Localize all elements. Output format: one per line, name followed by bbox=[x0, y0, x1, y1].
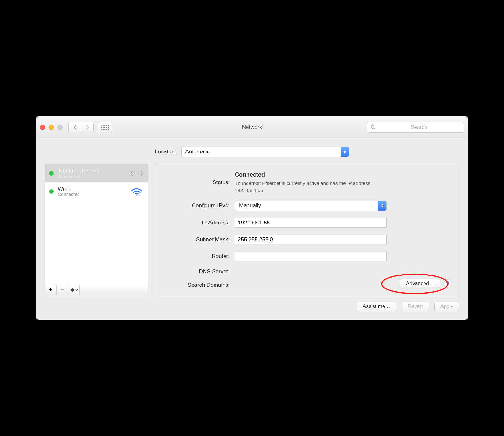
titlebar: Network bbox=[36, 116, 468, 138]
location-value: Automatic bbox=[185, 149, 210, 155]
nav-segment bbox=[68, 122, 94, 132]
service-toolbar: + − bbox=[45, 285, 148, 295]
svg-point-5 bbox=[136, 194, 137, 196]
search-domains-label: Search Domains: bbox=[155, 282, 230, 288]
wifi-icon bbox=[129, 187, 144, 196]
traffic-lights bbox=[40, 125, 63, 130]
gear-icon bbox=[70, 288, 75, 292]
status-value: Connected bbox=[235, 171, 450, 178]
advanced-button[interactable]: Advanced… bbox=[400, 279, 440, 288]
ethernet-icon bbox=[129, 169, 144, 178]
dns-server-label: DNS Server: bbox=[155, 268, 230, 275]
location-row: Location: Automatic bbox=[45, 138, 459, 164]
detail-pane: Status: Connected Thunderbolt Ethernet i… bbox=[155, 164, 459, 295]
chevron-updown-icon bbox=[378, 201, 386, 211]
show-all-button[interactable] bbox=[98, 122, 112, 132]
ip-address-input[interactable] bbox=[235, 218, 387, 228]
configure-ipv4-value: Manually bbox=[239, 202, 261, 209]
search-icon bbox=[371, 125, 375, 130]
add-service-button[interactable]: + bbox=[45, 285, 57, 295]
svg-point-4 bbox=[138, 173, 139, 174]
chevron-updown-icon bbox=[341, 147, 349, 157]
subnet-mask-input[interactable] bbox=[235, 235, 387, 244]
service-status: Connected bbox=[58, 174, 126, 179]
service-status: Connected bbox=[58, 192, 126, 197]
back-button[interactable] bbox=[69, 122, 81, 132]
service-item-thunderbolt[interactable]: Thunde…thernet Connected bbox=[45, 164, 148, 182]
configure-ipv4-label: Configure IPv4: bbox=[155, 202, 230, 209]
service-name: Thunde…thernet bbox=[58, 168, 126, 174]
router-input[interactable] bbox=[235, 252, 387, 261]
service-item-wifi[interactable]: Wi-Fi Connected bbox=[45, 182, 148, 201]
status-block: Connected Thunderbolt Ethernet is curren… bbox=[235, 171, 450, 193]
apply-button[interactable]: Apply bbox=[434, 302, 459, 311]
subnet-mask-label: Subnet Mask: bbox=[155, 236, 230, 243]
status-dot-icon bbox=[49, 189, 54, 194]
remove-service-button[interactable]: − bbox=[57, 285, 68, 295]
status-desc: Thunderbolt Ethernet is currently active… bbox=[235, 180, 390, 193]
forward-button[interactable] bbox=[81, 122, 93, 132]
service-list[interactable]: Thunde…thernet Connected bbox=[45, 164, 148, 285]
service-name: Wi-Fi bbox=[58, 186, 126, 192]
configure-ipv4-select[interactable]: Manually bbox=[235, 201, 387, 211]
grid-icon bbox=[101, 125, 109, 130]
location-select[interactable]: Automatic bbox=[181, 147, 349, 157]
footer-buttons: Assist me… Revert Apply bbox=[45, 295, 459, 311]
location-label: Location: bbox=[155, 149, 177, 155]
chevron-down-icon bbox=[75, 289, 78, 291]
service-options-button[interactable] bbox=[68, 285, 80, 295]
router-label: Router: bbox=[155, 253, 230, 260]
status-label: Status: bbox=[155, 179, 230, 186]
service-sidebar: Thunde…thernet Connected bbox=[45, 164, 148, 295]
svg-point-2 bbox=[134, 173, 135, 174]
status-dot-icon bbox=[49, 171, 54, 176]
assist-me-button[interactable]: Assist me… bbox=[357, 302, 396, 311]
help-button[interactable]: ? bbox=[444, 279, 452, 288]
search-field[interactable] bbox=[367, 122, 464, 133]
zoom-icon[interactable] bbox=[58, 125, 63, 130]
search-input[interactable] bbox=[377, 124, 460, 130]
svg-line-1 bbox=[374, 128, 375, 130]
svg-point-3 bbox=[136, 173, 137, 174]
close-icon[interactable] bbox=[40, 125, 45, 130]
network-prefs-window: Network Location: Automatic Thunde…thern bbox=[36, 116, 468, 320]
revert-button[interactable]: Revert bbox=[402, 302, 429, 311]
minimize-icon[interactable] bbox=[49, 125, 54, 130]
ip-address-label: IP Address: bbox=[155, 220, 230, 226]
